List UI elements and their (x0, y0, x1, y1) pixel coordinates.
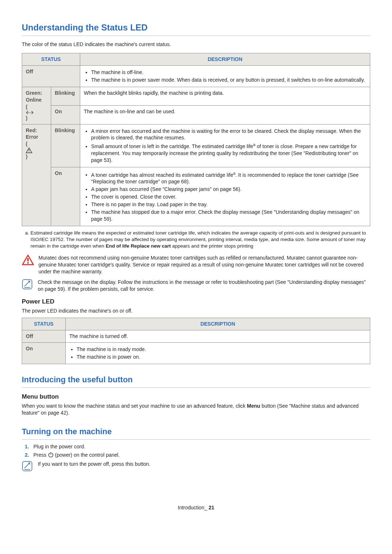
page-title: Understanding the Status LED (22, 22, 370, 36)
warning-callout: Muratec does not recommend using non-gen… (22, 254, 370, 275)
note-icon (22, 279, 33, 293)
col-description: DESCRIPTION (80, 53, 370, 66)
row-off-desc: The machine is off-line. The machine is … (80, 66, 370, 87)
step-text: Plug in the power cord. (33, 443, 85, 450)
list-item: There is no paper in the tray. Load pape… (91, 201, 366, 208)
power-icon (48, 452, 54, 458)
row-green-on-desc: The machine is on-line and can be used. (80, 106, 370, 124)
table-row: Off The machine is turned off. (22, 330, 370, 343)
page-footer: Introduction_ 21 (22, 504, 370, 511)
power-led-heading: Power LED (22, 298, 370, 306)
network-icon: () (26, 103, 34, 122)
row-off-label: Off (22, 66, 80, 87)
table-row: Off The machine is off-line. The machine… (22, 66, 370, 87)
row-green-on-label: On (51, 106, 80, 124)
step-number: 2. (22, 452, 29, 459)
list-item: The machine is in ready mode. (77, 346, 366, 353)
list-item: A minor error has occurred and the machi… (91, 128, 366, 142)
power-off-desc: The machine is turned off. (66, 330, 370, 343)
row-red-blinking-desc: A minor error has occurred and the machi… (80, 124, 370, 167)
note-text: If you want to turn the power off, press… (38, 461, 370, 472)
note-text: Check the message on the display. Follow… (38, 279, 370, 293)
table-row: On The machine is in ready mode. The mac… (22, 343, 370, 364)
col-status: STATUS (22, 318, 66, 330)
section-heading: Introducing the useful button (22, 374, 370, 388)
step-text: Press (power) on the control panel. (33, 452, 120, 459)
list-item: The machine is off-line. (91, 69, 366, 76)
table-row: On The machine is on-line and can be use… (22, 106, 370, 124)
note-callout: If you want to turn the power off, press… (22, 461, 370, 472)
power-off-label: Off (22, 330, 66, 343)
step-1: 1. Plug in the power cord. (22, 443, 370, 450)
list-item: Small amount of toner is left in the car… (91, 142, 366, 163)
table-row: Green: Online () Blinking When the backl… (22, 87, 370, 105)
error-icon: () (26, 140, 32, 160)
row-red-label: Red: Error () (22, 124, 51, 226)
row-red-on-label: On (51, 167, 80, 226)
menu-button-heading: Menu button (22, 393, 370, 401)
footer-section: Introduction (178, 505, 204, 510)
power-led-table: STATUS DESCRIPTION Off The machine is tu… (22, 318, 370, 364)
status-led-table: STATUS DESCRIPTION Off The machine is of… (22, 53, 370, 226)
row-green-blinking-desc: When the backlight blinks rapidly, the m… (80, 87, 370, 105)
steps-list: 1. Plug in the power cord. 2. Press (pow… (22, 443, 370, 459)
list-item: The machine is in power on. (77, 354, 366, 360)
list-item: The cover is opened. Close the cover. (91, 194, 366, 200)
power-led-intro: The power LED indicates the machine's on… (22, 307, 370, 314)
col-status: STATUS (22, 53, 80, 66)
menu-button-text: When you want to know the machine status… (22, 403, 370, 416)
footnote-a: a. Estimated cartridge life means the ex… (22, 230, 370, 250)
row-red-blinking-label: Blinking (51, 124, 80, 167)
step-number: 1. (22, 443, 29, 450)
row-red-on-desc: A toner cartridge has almost reached its… (80, 167, 370, 226)
svg-rect-5 (27, 258, 29, 261)
table-row: On A toner cartridge has almost reached … (22, 167, 370, 226)
list-item: The machine is in power saver mode. When… (91, 77, 366, 83)
svg-point-3 (29, 152, 29, 152)
footer-page-number: 21 (209, 505, 215, 510)
list-item: The machine has stopped due to a major e… (91, 209, 366, 223)
warning-icon (22, 254, 34, 275)
power-on-desc: The machine is in ready mode. The machin… (66, 343, 370, 364)
note-callout: Check the message on the display. Follow… (22, 279, 370, 293)
row-green-label: Green: Online () (22, 87, 51, 124)
list-item: A paper jam has occurred (See "Clearing … (91, 186, 366, 193)
row-green-blinking-label: Blinking (51, 87, 80, 105)
note-icon (22, 461, 33, 472)
svg-point-6 (27, 262, 29, 264)
col-description: DESCRIPTION (66, 318, 370, 330)
warning-text: Muratec does not recommend using non-gen… (38, 254, 370, 275)
section-heading: Turning on the machine (22, 426, 370, 440)
intro-text: The color of the status LED indicates th… (22, 41, 370, 48)
table-row: Red: Error () Blinking A minor error has… (22, 124, 370, 167)
power-on-label: On (22, 343, 66, 364)
list-item: A toner cartridge has almost reached its… (91, 171, 366, 185)
step-2: 2. Press (power) on the control panel. (22, 452, 370, 459)
